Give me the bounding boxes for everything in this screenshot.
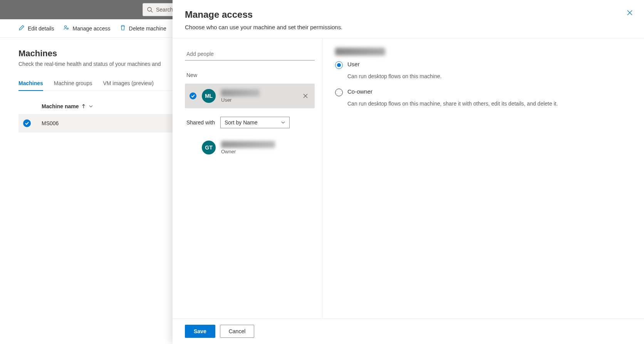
machine-name-cell: MS006: [42, 120, 59, 126]
manage-access-pane: Manage access Choose who can use your ma…: [173, 0, 644, 344]
person-info: User: [221, 89, 295, 103]
search-placeholder: Search: [156, 7, 173, 13]
close-icon: [303, 93, 308, 99]
person-name-redacted: [221, 141, 275, 148]
cancel-button[interactable]: Cancel: [220, 325, 255, 338]
add-people-input[interactable]: [185, 48, 315, 60]
radio-input-coowner[interactable]: [335, 89, 343, 96]
trash-icon: [120, 25, 126, 32]
manage-access-button[interactable]: Manage access: [63, 25, 110, 32]
people-column: New ML User Shared with Sort by Name: [173, 39, 323, 318]
radio-coowner[interactable]: Co-owner: [335, 88, 632, 96]
tab-vm-images[interactable]: VM images (preview): [103, 76, 153, 91]
pane-header: Manage access Choose who can use your ma…: [173, 0, 644, 39]
people-icon: [63, 25, 69, 32]
sort-by-value: Sort by Name: [225, 119, 258, 126]
section-new-label: New: [186, 72, 315, 78]
radio-label-coowner: Co-owner: [347, 88, 372, 95]
column-label: Machine name: [42, 103, 79, 109]
delete-machine-button[interactable]: Delete machine: [120, 25, 166, 32]
edit-details-button[interactable]: Edit details: [18, 25, 54, 32]
close-button[interactable]: [626, 9, 633, 17]
row-selected-check-icon[interactable]: [23, 119, 31, 127]
radio-label-user: User: [347, 61, 360, 67]
pane-title: Manage access: [185, 9, 632, 20]
shared-with-label: Shared with: [186, 119, 215, 126]
person-row-new[interactable]: ML User: [185, 84, 315, 108]
chevron-down-icon: [281, 120, 285, 125]
person-role: User: [221, 97, 295, 103]
save-button[interactable]: Save: [185, 325, 215, 338]
radio-desc-user: Can run desktop flows on this machine.: [347, 73, 563, 81]
manage-access-label: Manage access: [72, 25, 110, 32]
chevron-down-icon: [89, 104, 93, 109]
svg-point-3: [67, 28, 69, 29]
radio-input-user[interactable]: [335, 61, 343, 69]
pencil-icon: [18, 25, 25, 32]
person-row-shared[interactable]: GT Owner: [185, 135, 315, 160]
svg-point-0: [148, 7, 151, 11]
svg-point-2: [65, 26, 67, 28]
person-role: Owner: [221, 149, 310, 154]
sort-up-icon: [82, 104, 86, 109]
avatar: GT: [202, 141, 216, 154]
tab-machines[interactable]: Machines: [18, 76, 43, 91]
edit-details-label: Edit details: [28, 25, 54, 32]
shared-with-row: Shared with Sort by Name: [186, 117, 315, 128]
person-info: Owner: [221, 141, 310, 154]
pane-footer: Save Cancel: [173, 318, 644, 344]
remove-person-button[interactable]: [301, 91, 310, 101]
delete-machine-label: Delete machine: [129, 25, 166, 32]
pane-subtitle: Choose who can use your machine and set …: [185, 24, 632, 30]
search-icon: [147, 7, 153, 13]
permissions-column: User Can run desktop flows on this machi…: [323, 39, 644, 318]
selected-check-icon: [190, 92, 196, 99]
pane-body: New ML User Shared with Sort by Name: [173, 39, 644, 318]
sort-by-select[interactable]: Sort by Name: [220, 117, 290, 128]
selected-person-name-redacted: [335, 48, 385, 55]
close-icon: [626, 9, 633, 16]
radio-user[interactable]: User: [335, 61, 632, 69]
person-name-redacted: [221, 89, 260, 96]
avatar: ML: [202, 89, 216, 103]
radio-desc-coowner: Can run desktop flows on this machine, s…: [347, 100, 563, 108]
tab-machine-groups[interactable]: Machine groups: [54, 76, 92, 91]
svg-line-1: [151, 11, 153, 12]
